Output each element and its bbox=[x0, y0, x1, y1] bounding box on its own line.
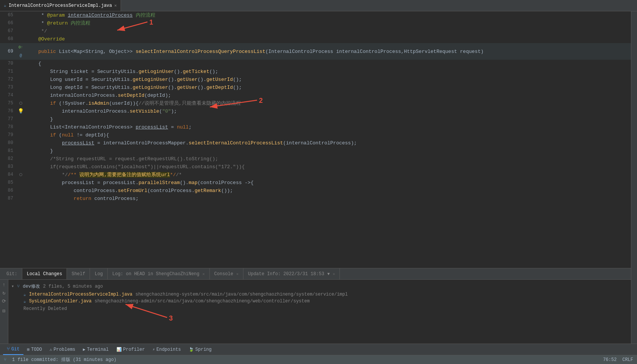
file-path-2: shengchaozhineng-admin/src/main/java/com… bbox=[95, 299, 310, 304]
gutter-circle-2 bbox=[19, 173, 22, 176]
line-number: 72 bbox=[0, 76, 17, 84]
line-number: 71 bbox=[0, 68, 17, 76]
line-code: /*String requestURL = request.getRequest… bbox=[25, 155, 631, 163]
update-info-close[interactable]: ✕ bbox=[333, 272, 335, 276]
line-number: 80 bbox=[0, 139, 17, 147]
line-number: 85 bbox=[0, 179, 17, 187]
shelf-label: Shelf bbox=[71, 271, 85, 277]
line-code: if(requestURL.contains("localhost")||req… bbox=[25, 163, 631, 171]
list-item[interactable]: ☕ InternalControlProcessServiceImpl.java… bbox=[8, 291, 631, 298]
file-name-2: SysLoginController.java bbox=[29, 299, 92, 304]
status-git-icon: ⑂ bbox=[4, 357, 6, 362]
line-number: 65 bbox=[0, 11, 17, 19]
line-number: 75 bbox=[0, 99, 17, 107]
git-tool-icon: ⑂ bbox=[7, 346, 10, 352]
line-gutter bbox=[17, 115, 25, 123]
line-code: String ticket = SecurityUtils.getLoginUs… bbox=[25, 68, 631, 76]
tab-file-icon: ☕ bbox=[4, 3, 6, 8]
log-head-close[interactable]: ✕ bbox=[203, 272, 205, 276]
dropdown-arrow[interactable]: ▼ bbox=[327, 272, 330, 276]
line-gutter bbox=[17, 11, 25, 19]
diff-toolbar-icon[interactable]: ⊟ bbox=[1, 308, 8, 314]
line-gutter bbox=[17, 139, 25, 147]
table-row: 83 if(requestURL.contains("localhost")||… bbox=[0, 163, 631, 171]
problems-tool-button[interactable]: ⚠ Problems bbox=[46, 344, 79, 355]
line-number: 84 bbox=[0, 171, 17, 179]
line-code: return controlProcess; bbox=[25, 195, 631, 203]
table-row: 71 String ticket = SecurityUtils.getLogi… bbox=[0, 68, 631, 76]
line-gutter bbox=[17, 99, 25, 107]
table-row: 82 /*String requestURL = request.getRequ… bbox=[0, 155, 631, 163]
line-gutter bbox=[17, 155, 25, 163]
line-number: 70 bbox=[0, 60, 17, 68]
expand-arrow[interactable]: ▾ bbox=[11, 283, 14, 289]
recently-deleted-section: Recently Deleted bbox=[8, 305, 631, 313]
profiler-tool-icon: 📊 bbox=[116, 347, 122, 352]
table-row: 86 controlProcess.setFromUrl(controlProc… bbox=[0, 187, 631, 195]
line-code: internalControlProcess.setVisible("0"); bbox=[25, 107, 631, 115]
table-row: 72 Long userId = SecurityUtils.getLoginU… bbox=[0, 76, 631, 84]
spring-tool-button[interactable]: 🍃 Spring bbox=[185, 344, 215, 355]
endpoints-tool-button[interactable]: ⚡ Endpoints bbox=[149, 344, 184, 355]
file-name-1: InternalControlProcessServiceImpl.java bbox=[29, 292, 133, 297]
table-row: 80 processList = internalControlProcessM… bbox=[0, 139, 631, 147]
line-code: @Override bbox=[25, 35, 631, 43]
line-code: if (!SysUser.isAdmin(userId)){//说明不是管理员,… bbox=[25, 99, 631, 107]
active-tab[interactable]: ☕ InternalControlProcessServiceImpl.java… bbox=[0, 0, 121, 11]
line-gutter bbox=[17, 131, 25, 139]
endpoints-tool-icon: ⚡ bbox=[152, 347, 155, 352]
console-close[interactable]: ✕ bbox=[236, 272, 239, 276]
panel-tab-log-head[interactable]: Log: on HEAD in ShengChaoZhiNeng ✕ bbox=[108, 268, 209, 279]
table-row: 70 { bbox=[0, 60, 631, 68]
list-item[interactable]: ☕ SysLoginController.java shengchaozhine… bbox=[8, 298, 631, 305]
panel-content[interactable]: ▾ ⑂ dev修改 2 files, 5 minutes ago ☕ Inter… bbox=[8, 280, 631, 344]
expand-toolbar-icon[interactable]: ↑ bbox=[1, 281, 8, 288]
table-row: 78 List<InternalControlProcess> processL… bbox=[0, 123, 631, 131]
todo-tool-button[interactable]: ⊞ TODO bbox=[23, 344, 46, 355]
git-tool-label: Git bbox=[11, 347, 20, 352]
table-row: 76 💡 internalControlProcess.setVisible("… bbox=[0, 107, 631, 115]
line-code: processList = processList.parallelStream… bbox=[25, 179, 631, 187]
panel-tab-console[interactable]: Console ✕ bbox=[210, 268, 243, 279]
spring-tool-label: Spring bbox=[195, 347, 212, 352]
status-encoding[interactable]: CRLF bbox=[622, 357, 633, 362]
log-head-label: Log: on HEAD in ShengChaoZhiNeng bbox=[112, 271, 199, 277]
bottom-tool-strip: ⑂ Git ⊞ TODO ⚠ Problems ▶ Terminal 📊 Pro… bbox=[0, 344, 637, 355]
refresh-toolbar-icon[interactable]: ↻ bbox=[1, 290, 8, 296]
line-gutter bbox=[17, 163, 25, 171]
git-prefix: Git: bbox=[6, 271, 17, 277]
line-gutter: O↑ @ bbox=[17, 43, 25, 60]
profiler-tool-button[interactable]: 📊 Profiler bbox=[113, 344, 149, 355]
rollback-toolbar-icon[interactable]: ⟳ bbox=[1, 298, 8, 305]
status-position[interactable]: 76:52 bbox=[603, 357, 617, 362]
bulb-icon[interactable]: 💡 bbox=[18, 108, 24, 114]
panel-tab-update-info[interactable]: Update Info: 2022/3/31 18:53 ▼ ✕ bbox=[243, 268, 340, 279]
recently-deleted-label: Recently Deleted bbox=[23, 306, 67, 311]
panel-tab-local-changes[interactable]: Local Changes bbox=[22, 268, 67, 279]
log-label: Log bbox=[95, 271, 103, 277]
git-tool-button[interactable]: ⑂ Git bbox=[3, 344, 23, 355]
annotation-icon: @ bbox=[20, 54, 22, 58]
panel-tab-shelf[interactable]: Shelf bbox=[67, 268, 90, 279]
endpoints-tool-label: Endpoints bbox=[157, 347, 181, 352]
line-gutter bbox=[17, 91, 25, 99]
panel-tab-bar: Git: Local Changes Shelf Log Log: on HEA… bbox=[0, 268, 631, 280]
table-row: 79 if (null != deptId){ bbox=[0, 131, 631, 139]
line-gutter bbox=[17, 179, 25, 187]
svg-text:3: 3 bbox=[169, 314, 173, 322]
git-commit-header[interactable]: ▾ ⑂ dev修改 2 files, 5 minutes ago bbox=[8, 282, 631, 291]
tab-close-button[interactable]: ✕ bbox=[114, 3, 117, 8]
terminal-tool-button[interactable]: ▶ Terminal bbox=[79, 344, 112, 355]
line-number: 82 bbox=[0, 155, 17, 163]
terminal-tool-label: Terminal bbox=[87, 347, 109, 352]
line-gutter bbox=[17, 68, 25, 76]
java-icon-1: ☕ bbox=[23, 292, 26, 297]
line-code: { bbox=[25, 60, 631, 68]
table-row: 66 * @return 内控流程 bbox=[0, 19, 631, 27]
branch-name: dev修改 bbox=[23, 283, 40, 290]
line-number: 81 bbox=[0, 147, 17, 155]
line-code: public List<Map<String, Object>> selectI… bbox=[25, 43, 631, 60]
line-code: *//** 说明为内网,需要把备注的值赋给系统url*//* bbox=[25, 171, 631, 179]
code-container[interactable]: 65 * @param internalControlProcess 内控流程 … bbox=[0, 11, 631, 268]
panel-tab-log[interactable]: Log bbox=[90, 268, 108, 279]
